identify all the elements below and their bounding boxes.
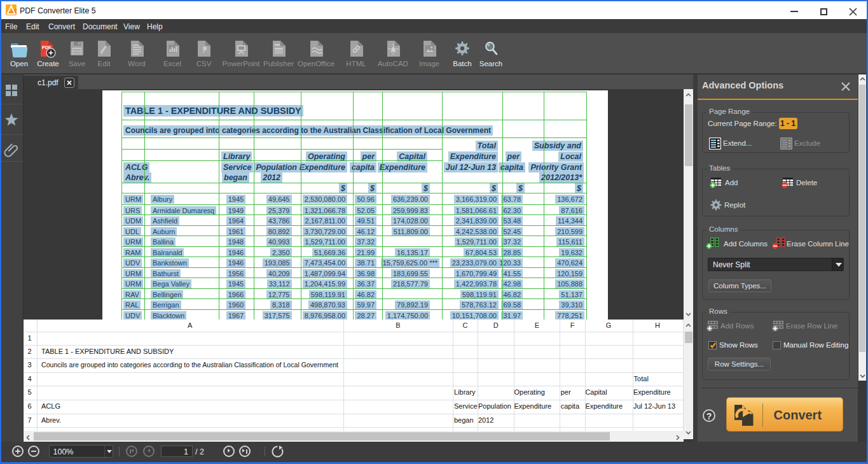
svg-text:A: A [390,46,396,53]
